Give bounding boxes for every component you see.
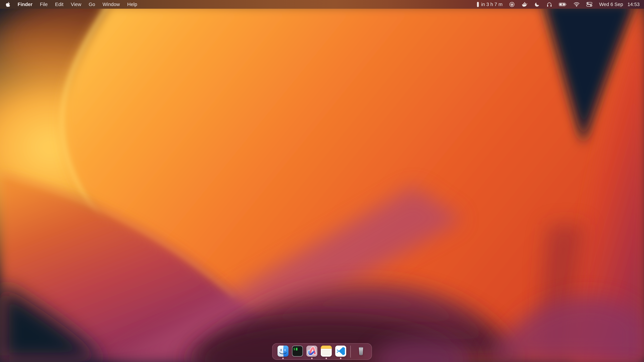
battery-charging-icon	[559, 2, 567, 6]
finder-icon	[278, 346, 289, 357]
audio-menu-item[interactable]	[546, 2, 552, 7]
svg-text:$: $	[294, 347, 295, 351]
timer-label: in 3 h 7 m	[481, 0, 502, 9]
terminal-icon: $	[292, 346, 303, 357]
dock-item-arc-browser[interactable]	[306, 346, 318, 357]
menu-bar-left: Finder File Edit View Go Window Help	[6, 0, 137, 9]
arc-browser-icon	[306, 346, 318, 357]
focus-menu-item[interactable]	[534, 2, 540, 7]
dock: $	[272, 343, 372, 360]
running-indicator	[311, 358, 312, 359]
menu-window[interactable]: Window	[102, 0, 120, 9]
running-indicator	[282, 358, 284, 359]
docker-menu-item[interactable]	[522, 2, 528, 7]
desktop-wallpaper	[0, 0, 644, 362]
clock-time: 14:53	[628, 0, 640, 9]
headphones-icon	[546, 2, 552, 7]
menu-edit[interactable]: Edit	[55, 0, 64, 9]
apple-menu[interactable]	[6, 2, 10, 7]
status-timer[interactable]: in 3 h 7 m	[477, 0, 502, 9]
running-indicator	[326, 358, 327, 359]
dock-item-trash[interactable]	[356, 346, 366, 357]
menu-view[interactable]: View	[71, 0, 81, 9]
menu-bar-clock[interactable]: Wed 6 Sep 14:53	[599, 0, 640, 9]
1password-icon	[509, 2, 515, 7]
dock-item-notes[interactable]	[321, 346, 332, 357]
menu-file[interactable]: File	[40, 0, 48, 9]
wifi-icon	[574, 2, 580, 7]
clock-date: Wed 6 Sep	[599, 0, 623, 9]
dock-item-finder[interactable]	[278, 346, 289, 357]
menu-bar-status: in 3 h 7 m	[477, 0, 640, 9]
wifi-menu-item[interactable]	[574, 2, 580, 7]
control-center-icon	[586, 2, 592, 7]
menu-bar: Finder File Edit View Go Window Help in …	[0, 0, 644, 9]
battery-menu-item[interactable]	[559, 2, 567, 6]
app-menu-finder[interactable]: Finder	[18, 0, 32, 9]
running-indicator	[340, 358, 342, 359]
dock-separator	[350, 346, 351, 358]
docker-whale-icon	[522, 2, 528, 7]
menu-go[interactable]: Go	[89, 0, 95, 9]
apple-icon	[6, 2, 10, 7]
control-center-menu-item[interactable]	[586, 2, 592, 7]
moon-icon	[534, 2, 540, 7]
menu-help[interactable]: Help	[127, 0, 137, 9]
1password-menu-item[interactable]	[509, 2, 515, 7]
timer-bar-icon	[477, 2, 479, 7]
vscode-icon	[335, 346, 346, 357]
notes-icon	[321, 346, 332, 357]
dock-item-vscode[interactable]	[335, 346, 346, 357]
trash-icon	[356, 346, 366, 357]
dock-item-terminal[interactable]: $	[292, 346, 303, 357]
